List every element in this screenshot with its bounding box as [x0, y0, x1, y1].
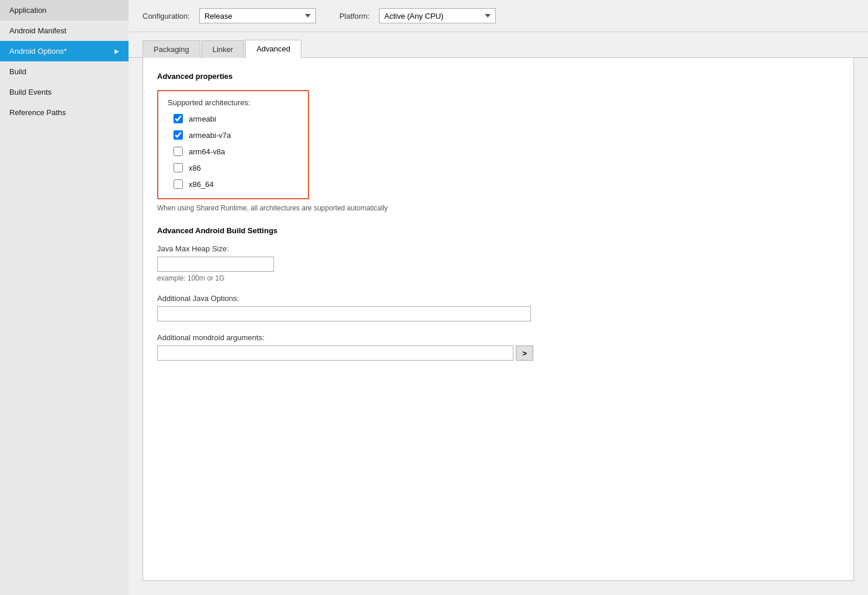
armeabi-v7a-label[interactable]: armeabi-v7a	[189, 131, 231, 140]
armeabi-v7a-checkbox[interactable]	[173, 130, 183, 140]
x86-label[interactable]: x86	[189, 164, 201, 172]
arm64-v8a-label[interactable]: arm64-v8a	[189, 147, 225, 156]
x86-64-label[interactable]: x86_64	[189, 180, 214, 189]
armeabi-checkbox[interactable]	[173, 114, 183, 123]
tab-packaging[interactable]: Packaging	[143, 40, 200, 58]
tab-advanced[interactable]: Advanced	[245, 40, 301, 58]
java-heap-hint: example: 100m or 1G	[157, 274, 839, 282]
x86-64-checkbox[interactable]	[173, 179, 183, 189]
mondroid-args-input[interactable]	[157, 345, 513, 361]
main-layout: Application Android Manifest Android Opt…	[0, 0, 868, 595]
arch-arm64-v8a: arm64-v8a	[173, 147, 298, 156]
arch-armeabi: armeabi	[173, 114, 298, 123]
tabs-bar: Packaging Linker Advanced	[129, 32, 868, 58]
build-settings-title: Advanced Android Build Settings	[157, 226, 839, 235]
sidebar: Application Android Manifest Android Opt…	[0, 0, 129, 595]
armeabi-label[interactable]: armeabi	[189, 115, 216, 123]
java-options-group: Additional Java Options:	[157, 294, 839, 321]
java-heap-group: Java Max Heap Size: example: 100m or 1G	[157, 244, 839, 282]
java-options-input[interactable]	[157, 306, 531, 321]
mondroid-args-field: >	[157, 345, 839, 361]
mondroid-args-label: Additional mondroid arguments:	[157, 333, 839, 342]
arch-note: When using Shared Runtime, all architect…	[157, 204, 839, 212]
platform-select[interactable]: Active (Any CPU) Any CPU x86 x64	[379, 8, 496, 23]
architectures-box: Supported architectures: armeabi armeabi…	[157, 90, 309, 199]
content-area: Configuration: Release Debug All Configu…	[129, 0, 868, 595]
tab-linker[interactable]: Linker	[202, 40, 244, 58]
java-options-label: Additional Java Options:	[157, 294, 839, 303]
arch-x86-64: x86_64	[173, 179, 298, 189]
sidebar-item-build-events[interactable]: Build Events	[0, 82, 129, 102]
mondroid-args-group: Additional mondroid arguments: >	[157, 333, 839, 361]
arch-label: Supported architectures:	[168, 98, 298, 107]
java-heap-input[interactable]	[157, 257, 274, 272]
mondroid-browse-button[interactable]: >	[516, 345, 533, 361]
java-heap-label: Java Max Heap Size:	[157, 244, 839, 253]
sidebar-item-build[interactable]: Build	[0, 61, 129, 82]
top-bar: Configuration: Release Debug All Configu…	[129, 0, 868, 32]
section-title: Advanced properties	[157, 72, 839, 81]
config-label: Configuration:	[143, 12, 190, 20]
advanced-panel: Advanced properties Supported architectu…	[143, 58, 854, 581]
sidebar-item-application[interactable]: Application	[0, 0, 129, 20]
sidebar-item-reference-paths[interactable]: Reference Paths	[0, 102, 129, 123]
sidebar-item-android-manifest[interactable]: Android Manifest	[0, 20, 129, 41]
arch-armeabi-v7a: armeabi-v7a	[173, 130, 298, 140]
x86-checkbox[interactable]	[173, 163, 183, 172]
arm64-v8a-checkbox[interactable]	[173, 147, 183, 156]
config-select[interactable]: Release Debug All Configurations	[199, 8, 316, 23]
sidebar-item-android-options[interactable]: Android Options*	[0, 41, 129, 61]
platform-label: Platform:	[339, 12, 370, 20]
arch-x86: x86	[173, 163, 298, 172]
